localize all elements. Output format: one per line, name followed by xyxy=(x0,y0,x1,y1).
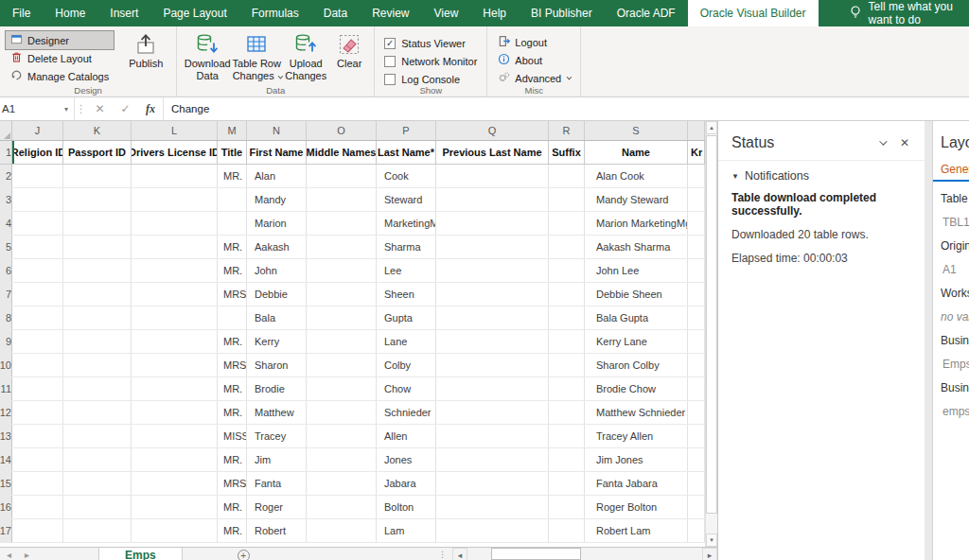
cell[interactable]: Alan Cook xyxy=(585,165,688,187)
cell[interactable]: Mandy xyxy=(247,188,307,211)
cell[interactable] xyxy=(63,425,132,447)
scroll-up-icon[interactable]: ▴ xyxy=(706,121,717,134)
column-header[interactable]: Q xyxy=(436,121,549,140)
row-header[interactable]: 12 xyxy=(0,401,12,424)
cell[interactable] xyxy=(307,259,377,282)
cell[interactable] xyxy=(307,188,377,211)
cell[interactable] xyxy=(307,472,377,495)
cell[interactable] xyxy=(549,401,585,424)
cell[interactable] xyxy=(218,306,247,329)
cell[interactable] xyxy=(688,496,705,518)
cell[interactable] xyxy=(12,236,63,258)
cell[interactable] xyxy=(63,306,132,329)
table-column-header[interactable]: Drivers License ID xyxy=(132,141,218,164)
cell[interactable] xyxy=(436,306,549,329)
cell[interactable] xyxy=(549,354,585,376)
cell[interactable]: Alan xyxy=(247,165,307,187)
cell[interactable]: Matthew xyxy=(247,401,307,424)
cell[interactable] xyxy=(549,448,585,471)
cell[interactable]: Jones xyxy=(377,448,436,471)
column-header[interactable]: J xyxy=(12,121,63,140)
cell[interactable] xyxy=(307,165,377,187)
row-header[interactable]: 8 xyxy=(0,306,12,329)
notifications-toggle[interactable]: ▼ Notifications xyxy=(731,169,911,183)
cell[interactable] xyxy=(307,377,377,400)
tab-data[interactable]: Data xyxy=(311,0,360,26)
cell[interactable]: Roger xyxy=(247,496,307,518)
cell[interactable] xyxy=(63,519,132,542)
cell[interactable] xyxy=(436,448,549,471)
cell[interactable]: Cook xyxy=(377,165,436,187)
manage-catalogs-button[interactable]: Manage Catalogs xyxy=(6,67,114,85)
cell[interactable]: Allen xyxy=(377,425,436,447)
insert-function-icon[interactable]: fx xyxy=(138,97,164,120)
network-monitor-checkbox[interactable]: Network Monitor xyxy=(380,52,481,70)
cell[interactable] xyxy=(436,425,549,447)
cell[interactable]: John xyxy=(247,259,307,282)
cell[interactable] xyxy=(688,188,705,211)
cell[interactable] xyxy=(436,496,549,518)
cell[interactable] xyxy=(436,259,549,282)
cell[interactable] xyxy=(12,401,63,424)
cell[interactable]: Sharon xyxy=(247,354,307,376)
cell[interactable] xyxy=(549,425,585,447)
vertical-scrollbar[interactable]: ▴ ▾ xyxy=(705,121,717,547)
table-column-header[interactable]: Title xyxy=(218,141,247,164)
cell[interactable] xyxy=(132,448,218,471)
horizontal-scroll-thumb[interactable] xyxy=(491,548,581,560)
cell[interactable]: MR. xyxy=(218,377,247,400)
cell[interactable] xyxy=(549,259,585,282)
cell[interactable] xyxy=(132,472,218,495)
row-header[interactable]: 7 xyxy=(0,283,12,306)
cell[interactable]: Mandy Steward xyxy=(585,188,688,211)
column-header[interactable]: N xyxy=(247,121,307,140)
tab-page-layout[interactable]: Page Layout xyxy=(150,0,238,26)
prev-sheet-icon[interactable]: ◂ xyxy=(0,548,18,560)
cell[interactable]: MR. xyxy=(218,519,247,542)
panel-chevron-down-icon[interactable] xyxy=(879,137,887,145)
cell[interactable]: Chow xyxy=(377,377,436,400)
upload-changes-button[interactable]: Upload Changes xyxy=(281,29,330,82)
cell[interactable] xyxy=(549,283,585,306)
cell[interactable] xyxy=(63,212,132,235)
row-header[interactable]: 13 xyxy=(0,425,12,447)
scroll-left-icon[interactable]: ◂ xyxy=(452,548,467,560)
designer-button[interactable]: Designer xyxy=(6,31,114,49)
cell[interactable] xyxy=(63,188,132,211)
cell[interactable] xyxy=(12,212,63,235)
cell[interactable] xyxy=(63,259,132,282)
cell[interactable] xyxy=(688,425,705,447)
cell[interactable] xyxy=(436,519,549,542)
cell[interactable] xyxy=(688,519,705,542)
cell[interactable] xyxy=(307,401,377,424)
cell[interactable] xyxy=(549,377,585,400)
cell[interactable] xyxy=(688,354,705,376)
tab-oracle-adf[interactable]: Oracle ADF xyxy=(605,0,688,26)
cell[interactable] xyxy=(63,165,132,187)
cell[interactable]: MR. xyxy=(218,496,247,518)
row-header[interactable]: 5 xyxy=(0,236,12,258)
cancel-entry-icon[interactable]: ✕ xyxy=(87,97,113,120)
cell[interactable] xyxy=(307,425,377,447)
cell[interactable]: MRS. xyxy=(218,472,247,495)
tab-oracle-visual-builder[interactable]: Oracle Visual Builder xyxy=(688,0,819,26)
cell[interactable] xyxy=(12,496,63,518)
cell[interactable]: MR. xyxy=(218,330,247,353)
cell[interactable]: Sharma xyxy=(377,236,436,258)
cell[interactable] xyxy=(688,472,705,495)
table-column-header[interactable]: Middle Names xyxy=(307,141,377,164)
cell[interactable] xyxy=(12,425,63,447)
cell[interactable] xyxy=(132,377,218,400)
row-header[interactable]: 9 xyxy=(0,330,12,353)
cell[interactable]: Kerry xyxy=(247,330,307,353)
cell[interactable] xyxy=(688,448,705,471)
cell[interactable] xyxy=(132,330,218,353)
cell[interactable] xyxy=(688,330,705,353)
cell[interactable]: MR. xyxy=(218,401,247,424)
tab-home[interactable]: Home xyxy=(43,0,97,26)
tab-help[interactable]: Help xyxy=(470,0,519,26)
row-header[interactable]: 1 xyxy=(0,141,12,164)
cell[interactable] xyxy=(218,188,247,211)
tab-view[interactable]: View xyxy=(422,0,471,26)
cell[interactable] xyxy=(63,236,132,258)
